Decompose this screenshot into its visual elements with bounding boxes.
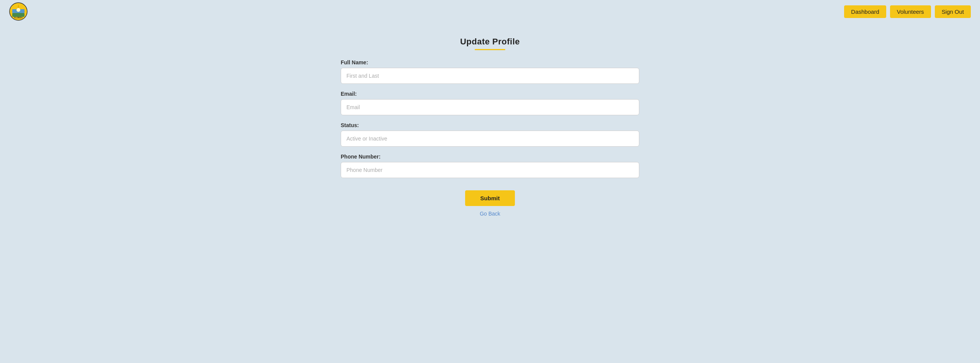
dashboard-button[interactable]: Dashboard [844,5,886,18]
phone-number-group: Phone Number: [341,154,639,178]
full-name-group: Full Name: [341,59,639,84]
svg-text:FLORIDA: FLORIDA [14,16,23,19]
status-group: Status: [341,122,639,147]
status-label: Status: [341,122,639,128]
status-input[interactable] [341,131,639,147]
full-name-input[interactable] [341,68,639,84]
submit-button[interactable]: Submit [465,190,515,206]
go-back-link[interactable]: Go Back [341,211,639,217]
sign-out-button[interactable]: Sign Out [935,5,971,18]
email-group: Email: [341,91,639,115]
volunteers-button[interactable]: Volunteers [890,5,931,18]
logo: FLORIDA [9,2,28,21]
phone-number-input[interactable] [341,162,639,178]
update-profile-form: Full Name: Email: Status: Phone Number: … [341,59,639,217]
email-input[interactable] [341,99,639,115]
navbar-right: Dashboard Volunteers Sign Out [844,5,971,18]
email-label: Email: [341,91,639,97]
title-underline [475,49,505,50]
navbar: FLORIDA Dashboard Volunteers Sign Out [0,0,980,23]
svg-point-4 [16,8,20,12]
navbar-left: FLORIDA [9,2,28,21]
page-title-container: Update Profile [460,37,520,50]
page-title: Update Profile [460,37,520,47]
phone-number-label: Phone Number: [341,154,639,160]
full-name-label: Full Name: [341,59,639,65]
main-content: Update Profile Full Name: Email: Status:… [0,23,980,217]
